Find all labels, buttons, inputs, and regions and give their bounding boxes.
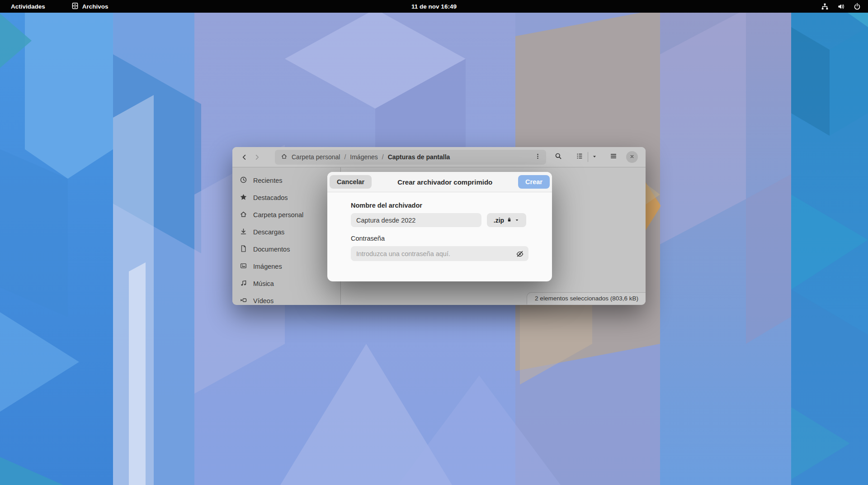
home-icon xyxy=(240,210,247,219)
eye-slash-icon xyxy=(516,249,524,259)
archive-name-label: Nombre del archivador xyxy=(351,202,528,209)
desktop: Actividades Archivos 11 de nov 16:49 xyxy=(0,0,868,485)
password-input[interactable] xyxy=(351,246,528,261)
breadcrumb-middle[interactable]: Imágenes xyxy=(350,153,377,161)
list-view-icon xyxy=(576,152,583,162)
breadcrumb-current[interactable]: Capturas de pantalla xyxy=(388,153,450,161)
sidebar-item-label: Vídeos xyxy=(253,297,274,304)
lock-icon xyxy=(506,217,512,224)
video-icon xyxy=(240,296,247,305)
archive-format-dropdown[interactable]: .zip xyxy=(487,213,526,227)
sidebar-item-musica[interactable]: Música xyxy=(232,275,340,292)
search-button[interactable] xyxy=(551,150,566,164)
dialog-body: Nombre del archivador .zip Con xyxy=(327,192,552,261)
sidebar-item-label: Imágenes xyxy=(253,263,282,270)
files-headerbar: Carpeta personal / Imágenes / Capturas d… xyxy=(232,147,646,167)
sidebar: Recientes Destacados xyxy=(232,167,341,304)
create-button[interactable]: Crear xyxy=(518,175,550,189)
hamburger-menu-icon xyxy=(610,152,617,162)
sidebar-item-label: Documentos xyxy=(253,246,290,253)
search-icon xyxy=(555,152,562,162)
sidebar-item-imagenes[interactable]: Imágenes xyxy=(232,258,340,275)
back-button[interactable] xyxy=(238,151,250,163)
password-label: Contraseña xyxy=(351,235,528,242)
path-options-button[interactable] xyxy=(531,151,544,163)
close-icon xyxy=(629,153,635,161)
home-icon xyxy=(281,153,288,161)
window-close-button[interactable] xyxy=(626,151,638,163)
toggle-password-visibility-button[interactable] xyxy=(515,249,524,258)
forward-button[interactable] xyxy=(250,151,263,163)
download-icon xyxy=(240,228,247,237)
sidebar-item-label: Música xyxy=(253,280,274,287)
activities-button[interactable]: Actividades xyxy=(8,0,48,13)
main-menu-button[interactable] xyxy=(606,150,621,164)
dialog-title: Crear archivador comprimido xyxy=(372,178,518,186)
breadcrumb-separator: / xyxy=(382,153,384,161)
cancel-button[interactable]: Cancelar xyxy=(330,175,372,189)
clock[interactable]: 11 de nov 16:49 xyxy=(0,3,868,10)
sidebar-item-recientes[interactable]: Recientes xyxy=(232,172,340,189)
network-icon xyxy=(821,3,829,10)
sidebar-item-label: Descargas xyxy=(253,228,284,236)
format-label: .zip xyxy=(494,217,504,224)
view-options-button[interactable] xyxy=(588,150,600,164)
files-app-icon xyxy=(71,2,79,11)
star-icon xyxy=(240,193,247,202)
top-bar: Actividades Archivos 11 de nov 16:49 xyxy=(0,0,868,13)
sidebar-item-label: Destacados xyxy=(253,194,288,201)
sidebar-item-descargas[interactable]: Descargas xyxy=(232,223,340,241)
music-icon xyxy=(240,279,247,288)
chevron-down-icon xyxy=(514,217,519,224)
image-icon xyxy=(240,262,247,271)
breadcrumb-root[interactable]: Carpeta personal xyxy=(292,153,340,161)
sidebar-item-label: Carpeta personal xyxy=(253,211,303,219)
app-menu-label: Archivos xyxy=(82,3,108,10)
volume-icon xyxy=(837,3,845,10)
activities-label: Actividades xyxy=(11,3,45,10)
chevron-down-icon xyxy=(592,153,597,161)
document-icon xyxy=(240,245,247,254)
view-toggle-split-button xyxy=(571,150,600,164)
breadcrumb[interactable]: Carpeta personal / Imágenes / Capturas d… xyxy=(275,150,546,165)
dialog-header: Cancelar Crear archivador comprimido Cre… xyxy=(327,172,552,192)
sidebar-item-documentos[interactable]: Documentos xyxy=(232,241,340,258)
sidebar-item-videos[interactable]: Vídeos xyxy=(232,292,340,309)
breadcrumb-separator: / xyxy=(344,153,346,161)
recent-clock-icon xyxy=(240,176,247,185)
list-view-button[interactable] xyxy=(571,150,588,164)
selection-status-bar: 2 elementos seleccionados (803,6 kB) xyxy=(527,292,646,304)
selection-status-text: 2 elementos seleccionados (803,6 kB) xyxy=(535,295,638,302)
kebab-menu-icon xyxy=(534,153,541,161)
focused-app-menu[interactable]: Archivos xyxy=(69,0,111,13)
power-icon xyxy=(854,3,861,10)
sidebar-item-label: Recientes xyxy=(253,177,282,184)
create-archive-dialog: Cancelar Crear archivador comprimido Cre… xyxy=(327,172,552,281)
system-status-area[interactable] xyxy=(821,0,861,13)
archive-name-input[interactable] xyxy=(351,213,481,227)
sidebar-item-destacados[interactable]: Destacados xyxy=(232,189,340,206)
sidebar-item-carpeta-personal[interactable]: Carpeta personal xyxy=(232,206,340,223)
